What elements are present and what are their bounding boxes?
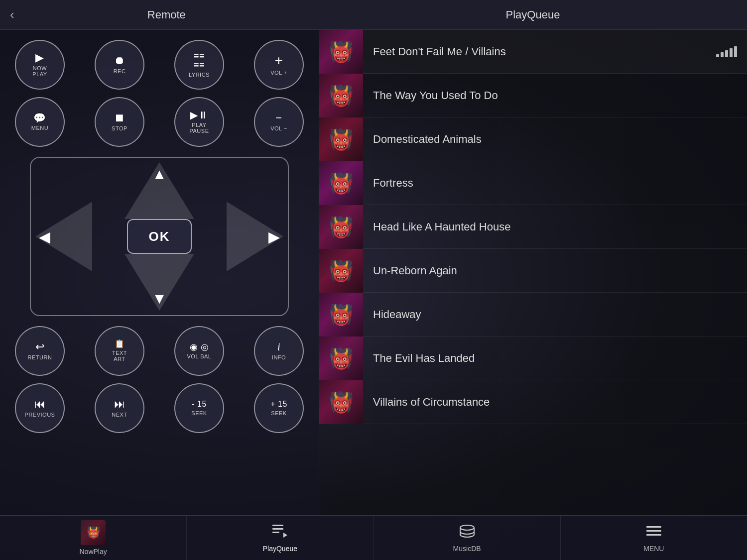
nav-menu-icon — [645, 524, 662, 542]
album-thumb — [319, 161, 363, 205]
queue-item[interactable]: Fortress — [319, 161, 747, 205]
previous-icon: ⏮ — [34, 399, 46, 410]
queue-panel: Feet Don't Fail Me / Villains The Way Yo… — [319, 30, 747, 515]
lyrics-button[interactable]: ≡≡≡≡ LYRICS — [174, 40, 224, 90]
menu-icon: 💬 — [33, 113, 46, 123]
nowplay-button[interactable]: ▶ NOWPLAY — [15, 40, 65, 90]
dpad-up-arrow: ▲ — [152, 166, 167, 183]
queue-item[interactable]: Domesticated Animals — [319, 117, 747, 161]
top-bar: ‹ Remote PlayQueue — [0, 0, 747, 30]
menu-button[interactable]: 💬 MENU — [15, 97, 65, 147]
signal-bar-3 — [725, 50, 728, 57]
queue-item[interactable]: Head Like A Haunted House — [319, 205, 747, 249]
playpause-button[interactable]: ▶⏸ PLAYPAUSE — [174, 97, 224, 147]
svg-rect-5 — [646, 530, 661, 532]
queue-item[interactable]: Villains of Circumstance — [319, 380, 747, 424]
volbal-button[interactable]: ◉ ◎ VOL BAL — [174, 326, 224, 376]
nav-nowplay-label: NowPlay — [80, 548, 107, 556]
nav-menu-label: MENU — [643, 545, 664, 553]
seekback-button[interactable]: - 15 SEEK — [174, 383, 224, 433]
next-button[interactable]: ⏭ NEXT — [95, 383, 144, 433]
playpause-icon: ▶⏸ — [190, 110, 208, 120]
queue-item[interactable]: Feet Don't Fail Me / Villains — [319, 30, 747, 74]
volminus-button[interactable]: − VOL − — [254, 97, 304, 147]
queue-item-title: Un-Reborn Again — [363, 264, 737, 277]
queue-item-title: Head Like A Haunted House — [363, 221, 737, 233]
stop-icon: ⏹ — [114, 112, 125, 123]
album-thumb — [319, 336, 363, 380]
signal-bar-2 — [721, 52, 724, 57]
album-thumb — [319, 380, 363, 424]
queue-item-title: Domesticated Animals — [363, 133, 737, 146]
signal-bar-1 — [716, 54, 719, 57]
queue-item[interactable]: The Evil Has Landed — [319, 336, 747, 380]
volplus-icon: + — [275, 54, 283, 68]
button-row-3: ↩ RETURN 📋 TEXTART ◉ ◎ VOL BAL i INFO — [15, 326, 304, 376]
dpad-down-arrow: ▼ — [152, 290, 167, 307]
svg-point-3 — [460, 525, 474, 530]
return-button[interactable]: ↩ RETURN — [15, 326, 65, 376]
button-row-1: ▶ NOWPLAY ⏺ REC ≡≡≡≡ LYRICS + VOL + — [15, 40, 304, 90]
info-button[interactable]: i INFO — [254, 326, 304, 376]
svg-rect-1 — [272, 528, 283, 530]
stop-button[interactable]: ⏹ STOP — [95, 97, 144, 147]
queue-item-title: Feet Don't Fail Me / Villains — [363, 45, 716, 58]
bottom-nav: 👹 NowPlay PlayQueue MusicDB — [0, 515, 747, 560]
playqueue-icon — [271, 524, 288, 542]
svg-rect-0 — [272, 525, 283, 526]
button-row-2: 💬 MENU ⏹ STOP ▶⏸ PLAYPAUSE − VOL − — [15, 97, 304, 147]
seekfwd-icon: + 15 — [270, 400, 287, 408]
nowplay-icon: ▶ — [35, 52, 44, 63]
queue-item[interactable]: Un-Reborn Again — [319, 249, 747, 293]
volminus-icon: − — [275, 112, 282, 123]
lyrics-icon: ≡≡≡≡ — [194, 52, 205, 70]
seekback-icon: - 15 — [192, 400, 207, 408]
nav-nowplay[interactable]: 👹 NowPlay — [0, 516, 187, 560]
rec-button[interactable]: ⏺ REC — [95, 40, 144, 90]
signal-bars — [716, 46, 737, 57]
rec-icon: ⏺ — [114, 55, 125, 66]
ok-label: OK — [149, 229, 170, 244]
textart-button[interactable]: 📋 TEXTART — [95, 326, 144, 376]
signal-bar-5 — [734, 46, 737, 57]
queue-item[interactable]: The Way You Used To Do — [319, 74, 747, 117]
dpad-container: ▲ ▼ ◀ ▶ OK — [15, 157, 304, 316]
previous-button[interactable]: ⏮ PREVIOUS — [15, 383, 65, 433]
dpad: ▲ ▼ ◀ ▶ OK — [30, 157, 289, 316]
remote-title: Remote — [14, 8, 319, 21]
album-thumb — [319, 293, 363, 336]
nav-playqueue-label: PlayQueue — [263, 545, 297, 553]
queue-item-title: The Evil Has Landed — [363, 352, 737, 365]
musicdb-icon — [459, 524, 476, 542]
volplus-button[interactable]: + VOL + — [254, 40, 304, 90]
nav-musicdb-label: MusicDB — [453, 545, 481, 553]
main-content: ▶ NOWPLAY ⏺ REC ≡≡≡≡ LYRICS + VOL + 💬 ME… — [0, 30, 747, 515]
remote-section-header: ‹ Remote — [0, 7, 319, 22]
queue-item-title: Fortress — [363, 177, 737, 190]
nav-menu[interactable]: MENU — [561, 516, 747, 560]
album-thumb — [319, 30, 363, 74]
queue-item-title: Villains of Circumstance — [363, 396, 737, 409]
volbal-icon: ◉ ◎ — [190, 342, 209, 351]
svg-rect-6 — [646, 534, 661, 536]
button-row-4: ⏮ PREVIOUS ⏭ NEXT - 15 SEEK + 15 SEEK — [15, 383, 304, 433]
nav-playqueue[interactable]: PlayQueue — [187, 516, 374, 560]
ok-button[interactable]: OK — [127, 219, 192, 254]
textart-icon: 📋 — [115, 340, 125, 348]
queue-item-title: Hideaway — [363, 308, 737, 321]
nav-musicdb[interactable]: MusicDB — [374, 516, 561, 560]
album-thumb — [319, 117, 363, 161]
dpad-right-arrow: ▶ — [268, 228, 280, 245]
next-icon: ⏭ — [114, 399, 125, 410]
queue-item[interactable]: Hideaway — [319, 293, 747, 336]
dpad-left-arrow: ◀ — [39, 228, 50, 245]
svg-rect-4 — [646, 526, 661, 528]
signal-bar-4 — [730, 48, 733, 57]
return-icon: ↩ — [35, 341, 45, 352]
svg-rect-2 — [272, 532, 279, 533]
back-button[interactable]: ‹ — [10, 7, 14, 22]
seekfwd-button[interactable]: + 15 SEEK — [254, 383, 304, 433]
album-thumb — [319, 205, 363, 249]
album-thumb — [319, 249, 363, 293]
queue-title: PlayQueue — [319, 8, 747, 21]
